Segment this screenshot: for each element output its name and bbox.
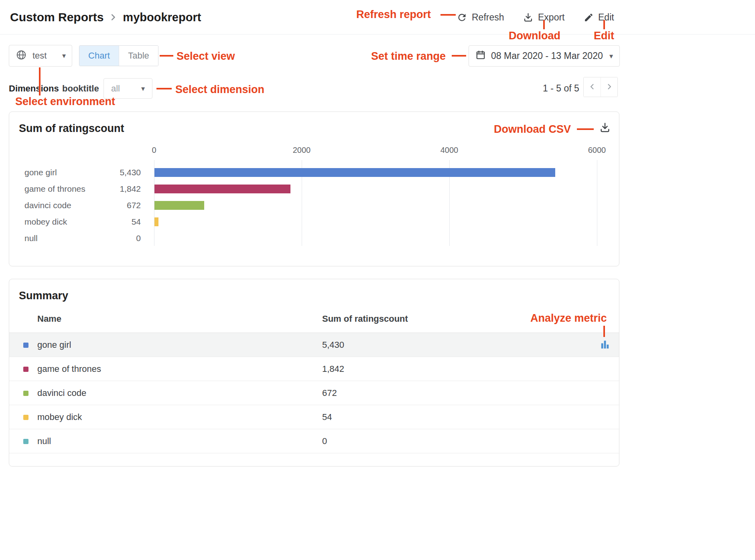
table-row[interactable]: null0	[9, 429, 619, 453]
annotation-select-dimension: Select dimension	[175, 83, 264, 96]
refresh-label: Refresh	[472, 12, 504, 23]
pencil-icon	[584, 12, 594, 22]
chevron-down-icon: ▾	[141, 85, 145, 92]
annotation-edit: Edit	[594, 30, 614, 42]
table-row[interactable]: game of thrones1,842	[9, 357, 619, 381]
chart-category-label: mobey dick	[24, 217, 67, 226]
legend-swatch	[23, 439, 28, 444]
pagination-status: 1 - 5 of 5	[543, 79, 579, 98]
annotation-line	[452, 55, 466, 57]
chart-value-label: 5,430	[77, 168, 141, 177]
chart-category-label: game of thrones	[24, 185, 85, 193]
chart-value-label: 1,842	[77, 185, 141, 193]
date-range-value: 08 Mar 2020 - 13 Mar 2020	[491, 51, 603, 61]
chart-value-label: 0	[77, 234, 141, 243]
row-value: 1,842	[322, 357, 344, 381]
chevron-right-icon	[108, 12, 119, 23]
dimension-selected-value: all	[111, 83, 120, 94]
x-axis-tick-label: 6000	[588, 146, 606, 155]
column-header-value: Sum of ratingscount	[322, 314, 408, 324]
chart-bar[interactable]	[154, 201, 204, 210]
table-row[interactable]: davinci code672	[9, 381, 619, 405]
row-name: davinci code	[37, 381, 86, 405]
chart-value-label: 54	[77, 217, 141, 226]
tab-chart[interactable]: Chart	[79, 46, 119, 66]
annotation-analyze-metric: Analyze metric	[530, 312, 607, 325]
tab-table[interactable]: Table	[119, 46, 158, 66]
x-axis-tick-label: 2000	[293, 146, 311, 155]
summary-title: Summary	[19, 290, 68, 302]
annotation-select-environment: Select environment	[15, 95, 115, 108]
annotation-line	[543, 20, 545, 29]
export-label: Export	[538, 12, 564, 23]
chart-bar[interactable]	[154, 185, 290, 193]
annotation-line	[440, 14, 456, 16]
x-axis-tick-label: 4000	[440, 146, 459, 155]
row-value: 5,430	[322, 333, 344, 357]
annotation-line	[39, 67, 41, 95]
breadcrumb-root[interactable]: Custom Reports	[10, 10, 104, 24]
table-row[interactable]: mobey dick54	[9, 405, 619, 429]
chart-bar[interactable]	[154, 168, 555, 177]
legend-swatch	[23, 343, 28, 348]
row-name: game of thrones	[37, 357, 101, 381]
summary-card: Summary Name Sum of ratingscount gone gi…	[9, 279, 619, 467]
calendar-icon	[475, 50, 486, 63]
row-value: 0	[322, 429, 327, 453]
refresh-button[interactable]: Refresh	[457, 0, 504, 34]
legend-swatch	[23, 367, 28, 372]
pagination	[583, 77, 618, 97]
chart-category-label: null	[24, 234, 38, 243]
download-icon	[523, 12, 534, 23]
edit-label: Edit	[598, 12, 614, 23]
summary-table: gone girl5,430game of thrones1,842davinc…	[9, 333, 619, 453]
breadcrumb-current: mybookreport	[123, 11, 201, 24]
annotation-set-time-range: Set time range	[371, 50, 446, 63]
annotation-download: Download	[509, 30, 560, 42]
globe-icon	[15, 49, 27, 63]
environment-dropdown[interactable]: test ▾	[9, 45, 72, 67]
column-header-name: Name	[37, 314, 61, 324]
refresh-icon	[457, 12, 467, 23]
row-value: 672	[322, 381, 337, 405]
legend-swatch	[23, 391, 28, 396]
gridline	[597, 160, 597, 246]
pagination-prev-button[interactable]	[584, 77, 601, 97]
annotation-line	[577, 128, 594, 130]
chevron-down-icon: ▾	[609, 53, 613, 60]
annotation-line	[603, 20, 605, 29]
chevron-left-icon	[587, 82, 597, 93]
chevron-right-icon	[605, 82, 614, 93]
chart-bar[interactable]	[154, 217, 158, 226]
row-name: null	[37, 429, 51, 453]
row-value: 54	[322, 405, 332, 429]
annotation-refresh-report: Refresh report	[356, 8, 431, 21]
chart-category-label: gone girl	[24, 168, 57, 177]
environment-value: test	[32, 51, 47, 61]
annotation-line	[603, 326, 605, 337]
pagination-next-button[interactable]	[601, 77, 617, 97]
chart-value-label: 672	[77, 201, 141, 210]
breadcrumb: Custom Reports mybookreport	[10, 0, 201, 34]
analyze-metric-icon[interactable]	[600, 339, 610, 351]
annotation-select-view: Select view	[177, 50, 235, 63]
date-range-picker[interactable]: 08 Mar 2020 - 13 Mar 2020 ▾	[469, 45, 620, 67]
annotation-line	[160, 55, 173, 57]
annotation-line	[156, 88, 172, 89]
row-name: gone girl	[37, 333, 71, 357]
chevron-down-icon: ▾	[62, 52, 66, 59]
annotation-download-csv: Download CSV	[494, 123, 571, 136]
chart-category-label: davinci code	[24, 201, 71, 210]
custom-report-page: Custom Reports mybookreport Refresh Expo…	[0, 0, 755, 560]
table-row[interactable]: gone girl5,430	[9, 333, 619, 357]
row-name: mobey dick	[37, 405, 82, 429]
x-axis-tick-label: 0	[152, 146, 156, 155]
view-toggle: Chart Table	[79, 45, 158, 66]
legend-swatch	[23, 415, 28, 420]
